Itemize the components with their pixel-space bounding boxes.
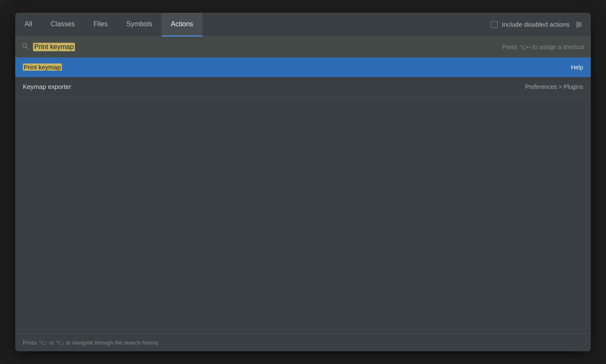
tab-spacer <box>202 13 484 36</box>
svg-point-5 <box>577 25 578 27</box>
tab-all[interactable]: All <box>15 13 41 36</box>
search-icon <box>22 43 29 51</box>
svg-point-4 <box>579 24 581 25</box>
tab-bar: All Classes Files Symbols Actions Includ… <box>15 13 591 36</box>
include-disabled-area: Include disabled actions <box>484 13 591 36</box>
status-text: Press ⌥↑ or ⌥↓ to navigate through the s… <box>23 339 158 346</box>
result-item-print-keymap[interactable]: Print keymap Help <box>15 58 591 77</box>
include-disabled-checkbox[interactable] <box>491 21 498 28</box>
svg-point-3 <box>577 22 578 23</box>
result-right-print-keymap: Help <box>571 64 583 71</box>
result-item-keymap-exporter[interactable]: Keymap exporter Preferences > Plugins <box>15 77 591 97</box>
result-highlight-print-keymap: Print keymap <box>23 63 62 71</box>
tab-symbols[interactable]: Symbols <box>117 13 161 36</box>
shortcut-hint: Press ⌥↩ to assign a shortcut <box>502 44 584 50</box>
search-bar: Print keymap Press ⌥↩ to assign a shortc… <box>15 36 591 58</box>
settings-icon-button[interactable] <box>574 19 584 30</box>
tab-classes[interactable]: Classes <box>41 13 84 36</box>
search-input-highlighted: Print keymap <box>33 43 75 51</box>
result-text-keymap-exporter: Keymap exporter <box>23 83 71 90</box>
include-disabled-label: Include disabled actions <box>502 21 570 28</box>
result-right-keymap-exporter: Preferences > Plugins <box>525 83 583 90</box>
tab-files[interactable]: Files <box>84 13 117 36</box>
result-item-left-2: Keymap exporter <box>23 83 71 90</box>
result-text-print-keymap: Print keymap <box>23 63 62 71</box>
result-item-left: Print keymap <box>23 63 62 71</box>
settings-icon <box>576 21 582 28</box>
search-dialog: All Classes Files Symbols Actions Includ… <box>15 13 591 351</box>
tab-actions[interactable]: Actions <box>162 13 202 36</box>
status-bar: Press ⌥↑ or ⌥↓ to navigate through the s… <box>15 334 591 351</box>
results-area: Print keymap Help Keymap exporter Prefer… <box>15 58 591 334</box>
search-input-container[interactable]: Print keymap <box>33 43 498 51</box>
svg-line-7 <box>26 47 28 49</box>
